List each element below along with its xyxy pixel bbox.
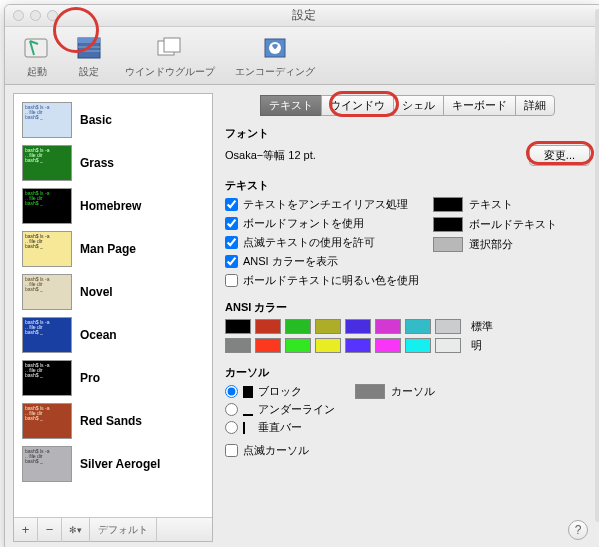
profile-thumb: bash$ ls -a.. file dirbash$ _	[22, 403, 72, 439]
profile-grass[interactable]: bash$ ls -a.. file dirbash$ _Grass	[14, 141, 212, 184]
settings-icon	[73, 33, 105, 63]
cursor-section-title: カーソル	[225, 365, 590, 380]
encoding-icon	[259, 33, 291, 63]
default-button[interactable]: デフォルト	[90, 518, 157, 542]
cursor-radio-1[interactable]: アンダーライン	[225, 402, 335, 417]
ansi-0-7[interactable]	[435, 319, 461, 334]
profile-thumb: bash$ ls -a.. file dirbash$ _	[22, 145, 72, 181]
profile-thumb: bash$ ls -a.. file dirbash$ _	[22, 188, 72, 224]
text-opt-1[interactable]: ボールドフォントを使用	[225, 216, 419, 231]
ansi-1-6[interactable]	[405, 338, 431, 353]
text-opt-2[interactable]: 点滅テキストの使用を許可	[225, 235, 419, 250]
profile-ocean[interactable]: bash$ ls -a.. file dirbash$ _Ocean	[14, 313, 212, 356]
text-opt-3[interactable]: ANSI カラーを表示	[225, 254, 419, 269]
profile-pro[interactable]: bash$ ls -a.. file dirbash$ _Pro	[14, 356, 212, 399]
ansi-1-3[interactable]	[315, 338, 341, 353]
ansi-1-0[interactable]	[225, 338, 251, 353]
text-swatch-label-0: テキスト	[469, 197, 513, 212]
font-section-title: フォント	[225, 126, 590, 141]
remove-profile-button[interactable]: −	[38, 518, 62, 542]
cursor-radio-0[interactable]: ブロック	[225, 384, 335, 399]
gear-menu-button[interactable]: ✻▾	[62, 518, 90, 542]
profile-name-label: Pro	[80, 371, 100, 385]
profile-thumb: bash$ ls -a.. file dirbash$ _	[22, 446, 72, 482]
ansi-1-4[interactable]	[345, 338, 371, 353]
ansi-row-label-0: 標準	[471, 319, 493, 334]
toolbar-encoding[interactable]: エンコーディング	[229, 31, 321, 81]
cursor-color-swatch[interactable]	[355, 384, 385, 399]
startup-icon	[21, 33, 53, 63]
svg-rect-2	[78, 38, 100, 43]
profile-name-label: Homebrew	[80, 199, 141, 213]
text-swatch-0[interactable]	[433, 197, 463, 212]
tab-4[interactable]: 詳細	[515, 95, 555, 116]
ansi-0-1[interactable]	[255, 319, 281, 334]
blink-cursor-checkbox[interactable]	[225, 444, 238, 457]
ansi-1-5[interactable]	[375, 338, 401, 353]
change-font-button[interactable]: 変更...	[529, 145, 590, 166]
profile-thumb: bash$ ls -a.. file dirbash$ _	[22, 360, 72, 396]
ansi-0-2[interactable]	[285, 319, 311, 334]
text-section-title: テキスト	[225, 178, 590, 193]
text-opt-4[interactable]: ボールドテキストに明るい色を使用	[225, 273, 419, 288]
toolbar-startup[interactable]: 起動	[15, 31, 59, 81]
profile-name-label: Grass	[80, 156, 114, 170]
wingroup-icon	[154, 33, 186, 63]
text-opt-0[interactable]: テキストをアンチエイリアス処理	[225, 197, 419, 212]
ansi-row-label-1: 明	[471, 338, 482, 353]
toolbar-settings[interactable]: 設定	[67, 31, 111, 81]
profile-name-label: Ocean	[80, 328, 117, 342]
font-description: Osaka−等幅 12 pt.	[225, 148, 316, 163]
tab-1[interactable]: ウインドウ	[321, 95, 394, 116]
ansi-0-6[interactable]	[405, 319, 431, 334]
help-button[interactable]: ?	[568, 520, 588, 540]
blink-cursor-label: 点滅カーソル	[243, 443, 309, 458]
ansi-0-5[interactable]	[375, 319, 401, 334]
profile-man-page[interactable]: bash$ ls -a.. file dirbash$ _Man Page	[14, 227, 212, 270]
cursor-radio-2[interactable]: 垂直バー	[225, 420, 335, 435]
svg-rect-0	[25, 39, 47, 57]
profile-name-label: Red Sands	[80, 414, 142, 428]
ansi-1-7[interactable]	[435, 338, 461, 353]
profile-novel[interactable]: bash$ ls -a.. file dirbash$ _Novel	[14, 270, 212, 313]
profile-name-label: Basic	[80, 113, 112, 127]
text-swatch-label-2: 選択部分	[469, 237, 513, 252]
profile-silver-aerogel[interactable]: bash$ ls -a.. file dirbash$ _Silver Aero…	[14, 442, 212, 485]
ansi-0-0[interactable]	[225, 319, 251, 334]
toolbar-wingroup[interactable]: ウインドウグループ	[119, 31, 221, 81]
window-title: 設定	[5, 7, 599, 24]
text-swatch-1[interactable]	[433, 217, 463, 232]
profile-basic[interactable]: bash$ ls -a.. file dirbash$ _Basic	[14, 98, 212, 141]
ansi-1-1[interactable]	[255, 338, 281, 353]
text-swatch-label-1: ボールドテキスト	[469, 217, 557, 232]
profile-thumb: bash$ ls -a.. file dirbash$ _	[22, 274, 72, 310]
tab-3[interactable]: キーボード	[443, 95, 516, 116]
cursor-swatch-label: カーソル	[391, 384, 435, 399]
profile-thumb: bash$ ls -a.. file dirbash$ _	[22, 102, 72, 138]
profile-thumb: bash$ ls -a.. file dirbash$ _	[22, 317, 72, 353]
text-swatch-2[interactable]	[433, 237, 463, 252]
profile-name-label: Man Page	[80, 242, 136, 256]
add-profile-button[interactable]: +	[14, 518, 38, 542]
profile-thumb: bash$ ls -a.. file dirbash$ _	[22, 231, 72, 267]
ansi-0-3[interactable]	[315, 319, 341, 334]
profile-name-label: Novel	[80, 285, 113, 299]
profile-red-sands[interactable]: bash$ ls -a.. file dirbash$ _Red Sands	[14, 399, 212, 442]
ansi-1-2[interactable]	[285, 338, 311, 353]
ansi-section-title: ANSI カラー	[225, 300, 590, 315]
profile-homebrew[interactable]: bash$ ls -a.. file dirbash$ _Homebrew	[14, 184, 212, 227]
tab-0[interactable]: テキスト	[260, 95, 322, 116]
ansi-0-4[interactable]	[345, 319, 371, 334]
tab-2[interactable]: シェル	[393, 95, 444, 116]
svg-rect-6	[164, 38, 180, 52]
profile-name-label: Silver Aerogel	[80, 457, 160, 471]
